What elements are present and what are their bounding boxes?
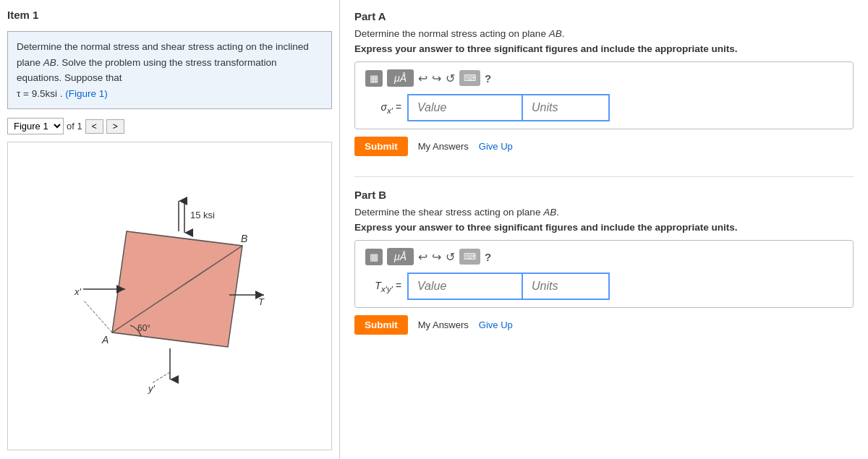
part-a-keyboard-button[interactable]: ⌨ [459,70,480,86]
part-a-answer-box: ▦ μÅ ↩ ↪ ↺ ⌨ ? σx′ = [354,61,854,129]
part-a-description: Determine the normal stress acting on pl… [354,28,854,39]
part-b-ab: AB [543,207,556,218]
part-b-refresh-button[interactable]: ↺ [446,250,455,264]
part-b-help-button[interactable]: ? [485,251,491,263]
problem-box: Determine the normal stress and shear st… [7,31,332,109]
item-title: Item 1 [7,9,332,21]
part-a-undo-button[interactable]: ↩ [418,72,427,85]
part-b-grid-icon-button[interactable]: ▦ [365,249,383,265]
part-b-my-answers[interactable]: My Answers [418,319,469,330]
right-panel: Part A Determine the normal stress actin… [340,0,868,459]
left-panel: Item 1 Determine the normal stress and s… [0,0,340,459]
part-b-instruction: Express your answer to three significant… [354,222,854,233]
part-a-instruction: Express your answer to three significant… [354,43,854,54]
part-divider [354,176,854,177]
part-b-submit-row: Submit My Answers Give Up [354,315,854,335]
part-b-answer-box: ▦ μÅ ↩ ↪ ↺ ⌨ ? Tx′y′ = [354,240,854,308]
part-a-desc-text: Determine the normal stress acting on pl… [354,28,549,39]
part-a-refresh-button[interactable]: ↺ [446,72,455,85]
part-b-section: Part B Determine the shear stress acting… [354,189,854,335]
part-a-toolbar: ▦ μÅ ↩ ↪ ↺ ⌨ ? [365,69,843,87]
nav-next-button[interactable]: > [106,119,124,134]
part-b-value-input[interactable] [407,273,523,300]
part-a-ab: AB [549,28,562,39]
svg-text:15 ksi: 15 ksi [190,210,215,220]
part-a-mu-button[interactable]: μÅ [387,69,414,87]
part-a-value-input[interactable] [407,94,523,121]
part-a-grid-icon-button[interactable]: ▦ [365,70,383,87]
svg-text:B: B [241,233,247,244]
part-a-sigma-label: σx′ = [365,101,401,115]
grid-icon-b: ▦ [370,252,378,262]
part-b-description: Determine the shear stress acting on pla… [354,207,854,218]
grid-icon: ▦ [370,73,378,84]
mu-icon: μÅ [394,72,407,84]
mu-icon-b: μÅ [394,251,407,262]
svg-text:60°: 60° [137,323,150,333]
svg-text:A: A [101,334,109,346]
part-a-units-input[interactable] [523,94,610,121]
part-a-redo-button[interactable]: ↪ [432,72,441,85]
part-b-keyboard-button[interactable]: ⌨ [459,249,480,265]
diagram-svg: 15 ksi A B 60° x' y' [54,188,286,405]
part-b-units-input[interactable] [523,273,610,300]
svg-text:T: T [258,296,265,307]
part-a-my-answers[interactable]: My Answers [418,141,469,152]
svg-line-13 [152,372,170,383]
part-a-help-button[interactable]: ? [485,72,491,85]
figure-controls: Figure 1 of 1 < > [7,118,332,134]
part-b-input-row: Tx′y′ = [365,273,843,300]
svg-text:y': y' [148,383,156,394]
part-b-mu-button[interactable]: μÅ [387,248,414,265]
part-b-undo-button[interactable]: ↩ [418,250,427,264]
diagram-area: 15 ksi A B 60° x' y' [7,142,332,450]
part-b-tau-label: Tx′y′ = [365,280,401,293]
part-b-title: Part B [354,189,854,201]
figure-select[interactable]: Figure 1 [7,118,64,134]
svg-line-11 [83,300,112,333]
part-b-submit-button[interactable]: Submit [354,315,408,335]
problem-tau: τ = 9.5ksi [17,88,57,99]
nav-prev-button[interactable]: < [85,119,103,134]
part-a-submit-row: Submit My Answers Give Up [354,137,854,156]
part-a-give-up-link[interactable]: Give Up [479,141,513,152]
part-a-submit-button[interactable]: Submit [354,137,408,156]
part-b-give-up-link[interactable]: Give Up [479,319,513,330]
part-b-toolbar: ▦ μÅ ↩ ↪ ↺ ⌨ ? [365,248,843,265]
svg-text:x': x' [74,286,82,297]
part-b-desc-text: Determine the shear stress acting on pla… [354,207,543,218]
part-a-input-row: σx′ = [365,94,843,121]
part-a-section: Part A Determine the normal stress actin… [354,10,854,156]
problem-ab-1: AB [43,57,56,68]
part-b-redo-button[interactable]: ↪ [432,250,441,264]
problem-text-2: . Solve the problem using the stress tra… [17,57,276,84]
part-a-title: Part A [354,10,854,22]
figure-link[interactable]: (Figure 1) [65,88,108,99]
figure-of: of 1 [67,121,82,132]
